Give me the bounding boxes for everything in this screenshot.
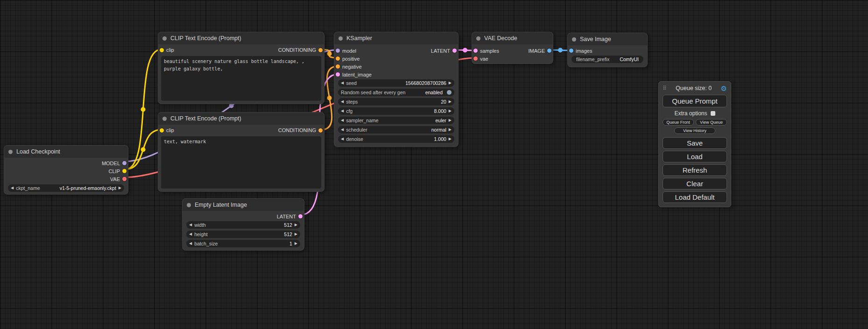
collapse-dot[interactable] bbox=[8, 150, 13, 154]
decrement-arrow-icon[interactable]: ◀ bbox=[189, 232, 192, 236]
slot-label: CONDITIONING bbox=[278, 47, 316, 53]
widget-random-seed-toggle[interactable]: Random seed after every gen enabled bbox=[338, 89, 454, 96]
decrement-arrow-icon[interactable]: ◀ bbox=[341, 81, 344, 85]
widget-value: enabled bbox=[425, 90, 443, 95]
increment-arrow-icon[interactable]: ▶ bbox=[449, 119, 452, 122]
output-dot-conditioning[interactable] bbox=[318, 128, 323, 133]
slot-label: IMAGE bbox=[529, 48, 545, 54]
input-slot-negative: negative bbox=[334, 63, 458, 70]
prompt-textarea[interactable]: beautiful scenery nature glass bottle la… bbox=[161, 56, 321, 101]
increment-arrow-icon[interactable]: ▶ bbox=[449, 128, 452, 132]
input-dot-images[interactable] bbox=[569, 49, 573, 53]
node-title-bar[interactable]: Save Image bbox=[568, 33, 647, 45]
output-dot-latent[interactable] bbox=[298, 214, 303, 218]
extra-options-checkbox[interactable] bbox=[711, 111, 715, 116]
output-slot-image: IMAGE bbox=[527, 47, 553, 55]
increment-arrow-icon[interactable]: ▶ bbox=[295, 232, 297, 236]
input-dot-positive[interactable] bbox=[336, 56, 340, 61]
decrement-arrow-icon[interactable]: ◀ bbox=[341, 137, 344, 141]
decrement-arrow-icon[interactable]: ◀ bbox=[189, 242, 192, 245]
collapse-dot[interactable] bbox=[187, 203, 191, 207]
node-title-bar[interactable]: Load Checkpoint bbox=[4, 146, 128, 158]
widget-steps[interactable]: ◀ steps 20 ▶ bbox=[338, 98, 454, 105]
widget-cfg[interactable]: ◀ cfg 8.000 ▶ bbox=[338, 107, 454, 115]
slot-label: vae bbox=[480, 56, 488, 62]
node-title: CLIP Text Encode (Prompt) bbox=[170, 35, 241, 42]
output-dot-model[interactable] bbox=[122, 161, 127, 165]
node-title-bar[interactable]: VAE Decode bbox=[472, 32, 553, 44]
extra-options-label: Extra options bbox=[674, 110, 707, 117]
widget-scheduler[interactable]: ◀ scheduler normal ▶ bbox=[338, 126, 454, 133]
prompt-textarea[interactable]: text, watermark bbox=[161, 136, 321, 189]
node-title-bar[interactable]: Empty Latent Image bbox=[183, 199, 304, 211]
view-history-button[interactable]: View History bbox=[674, 127, 715, 134]
node-vae-decode[interactable]: VAE Decode samples vae IMAGE bbox=[472, 32, 553, 64]
input-dot-vae[interactable] bbox=[473, 56, 478, 61]
increment-arrow-icon[interactable]: ▶ bbox=[295, 223, 297, 227]
widget-sampler-name[interactable]: ◀ sampler_name euler ▶ bbox=[338, 117, 454, 124]
widget-seed[interactable]: ◀ seed 156680208700286 ▶ bbox=[338, 79, 454, 87]
node-ksampler[interactable]: KSampler model positive negative latent_… bbox=[334, 32, 459, 147]
node-load-checkpoint[interactable]: Load Checkpoint MODEL CLIP VAE ◀ ckpt_na… bbox=[4, 145, 128, 195]
output-dot-conditioning[interactable] bbox=[318, 48, 323, 52]
output-dot-vae[interactable] bbox=[122, 177, 127, 181]
output-dot-image[interactable] bbox=[547, 49, 551, 53]
increment-arrow-icon[interactable]: ▶ bbox=[449, 109, 452, 113]
collapse-dot[interactable] bbox=[572, 37, 576, 42]
drag-handle-icon[interactable]: ⠿ bbox=[663, 85, 667, 91]
input-dot-samples[interactable] bbox=[473, 49, 478, 53]
collapse-dot[interactable] bbox=[476, 36, 480, 41]
node-title: CLIP Text Encode (Prompt) bbox=[170, 115, 241, 122]
node-save-image[interactable]: Save Image images filename_prefix ComfyU… bbox=[567, 33, 648, 67]
increment-arrow-icon[interactable]: ▶ bbox=[449, 137, 452, 141]
increment-arrow-icon[interactable]: ▶ bbox=[449, 81, 452, 85]
increment-arrow-icon[interactable]: ▶ bbox=[295, 242, 297, 245]
widget-filename-prefix[interactable]: filename_prefix ComfyUI bbox=[572, 56, 643, 63]
widget-height[interactable]: ◀ height 512 ▶ bbox=[186, 231, 300, 238]
wire-midpoint-dot bbox=[327, 96, 332, 100]
refresh-button[interactable]: Refresh bbox=[663, 164, 727, 176]
output-dot-latent[interactable] bbox=[452, 49, 457, 53]
node-empty-latent-image[interactable]: Empty Latent Image LATENT ◀ width 512 ▶ … bbox=[182, 198, 304, 251]
output-slot-model: MODEL bbox=[4, 159, 128, 167]
collapse-dot[interactable] bbox=[162, 117, 167, 121]
view-queue-button[interactable]: View Queue bbox=[696, 119, 727, 126]
widget-denoise[interactable]: ◀ denoise 1.000 ▶ bbox=[338, 135, 454, 143]
collapse-dot[interactable] bbox=[339, 36, 343, 41]
node-title-bar[interactable]: CLIP Text Encode (Prompt) bbox=[158, 32, 324, 44]
node-clip-text-encode-negative[interactable]: CLIP Text Encode (Prompt) clip CONDITION… bbox=[158, 112, 325, 192]
widget-width[interactable]: ◀ width 512 ▶ bbox=[186, 221, 300, 229]
widget-ckpt-name[interactable]: ◀ ckpt_name v1-5-pruned-emaonly.ckpt ▶ bbox=[8, 184, 124, 192]
input-dot-model[interactable] bbox=[336, 49, 340, 53]
queue-prompt-button[interactable]: Queue Prompt bbox=[663, 95, 727, 107]
node-clip-text-encode-positive[interactable]: CLIP Text Encode (Prompt) clip CONDITION… bbox=[158, 32, 325, 104]
widget-name: width bbox=[194, 222, 206, 228]
input-dot-clip[interactable] bbox=[160, 128, 164, 133]
input-dot-clip[interactable] bbox=[160, 48, 164, 52]
decrement-arrow-icon[interactable]: ◀ bbox=[189, 223, 192, 227]
slot-label: VAE bbox=[110, 176, 120, 182]
settings-gear-icon[interactable]: ⚙ bbox=[721, 85, 727, 92]
decrement-arrow-icon[interactable]: ◀ bbox=[341, 100, 344, 104]
decrement-arrow-icon[interactable]: ◀ bbox=[341, 128, 344, 132]
increment-arrow-icon[interactable]: ▶ bbox=[119, 186, 121, 190]
load-button[interactable]: Load bbox=[663, 151, 727, 162]
increment-arrow-icon[interactable]: ▶ bbox=[449, 100, 452, 104]
slot-label: clip bbox=[166, 47, 174, 53]
output-dot-clip[interactable] bbox=[122, 169, 127, 173]
decrement-arrow-icon[interactable]: ◀ bbox=[341, 109, 344, 113]
decrement-arrow-icon[interactable]: ◀ bbox=[341, 119, 344, 122]
collapse-dot[interactable] bbox=[162, 36, 167, 41]
queue-front-button[interactable]: Queue Front bbox=[663, 119, 694, 126]
node-title-bar[interactable]: CLIP Text Encode (Prompt) bbox=[158, 112, 324, 125]
toggle-ball-icon[interactable] bbox=[447, 90, 452, 95]
input-dot-negative[interactable] bbox=[336, 64, 340, 69]
clear-button[interactable]: Clear bbox=[663, 178, 727, 189]
node-title: Save Image bbox=[580, 36, 611, 42]
decrement-arrow-icon[interactable]: ◀ bbox=[11, 186, 14, 190]
widget-batch-size[interactable]: ◀ batch_size 1 ▶ bbox=[186, 240, 300, 247]
node-title-bar[interactable]: KSampler bbox=[334, 32, 458, 44]
input-dot-latent-image[interactable] bbox=[336, 72, 340, 77]
load-default-button[interactable]: Load Default bbox=[663, 191, 727, 203]
save-button[interactable]: Save bbox=[663, 137, 727, 149]
